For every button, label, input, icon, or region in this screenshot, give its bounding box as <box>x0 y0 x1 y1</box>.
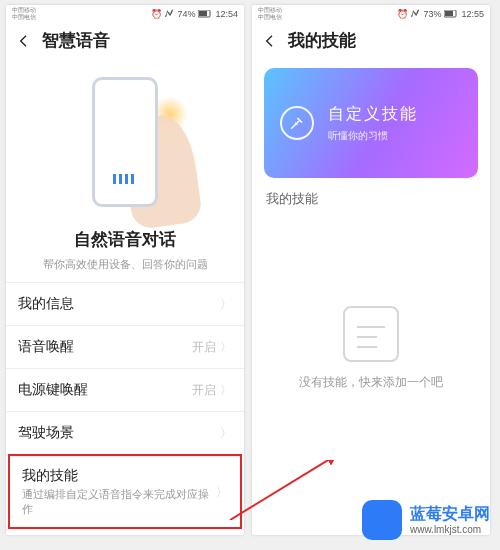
alarm-icon: ⏰ <box>151 9 162 19</box>
section-label: 我的技能 <box>252 186 490 216</box>
magic-wand-icon <box>280 106 314 140</box>
list-item-label: 驾驶场景 <box>18 424 74 442</box>
custom-skill-card[interactable]: 自定义技能 听懂你的习惯 <box>264 68 478 178</box>
svg-rect-3 <box>445 11 453 16</box>
list-item-label: 电源键唤醒 <box>18 381 88 399</box>
back-icon[interactable] <box>16 33 32 49</box>
svg-rect-1 <box>199 11 207 16</box>
watermark-url: www.lmkjst.com <box>410 524 490 536</box>
list-item-status: 开启 <box>192 382 216 399</box>
battery-percent: 73% <box>423 9 441 19</box>
hero-illustration <box>6 62 244 222</box>
logo-icon <box>362 500 402 540</box>
clock: 12:54 <box>215 9 238 19</box>
chevron-right-icon: 〉 <box>220 425 232 442</box>
list-item-label: 我的信息 <box>18 295 74 313</box>
title-bar: 我的技能 <box>252 23 490 62</box>
list-item-voice-wake[interactable]: 语音唤醒 开启〉 <box>6 325 244 368</box>
empty-text: 没有技能，快来添加一个吧 <box>252 374 490 391</box>
title-bar: 智慧语音 <box>6 23 244 62</box>
battery-bar-icon <box>198 10 212 18</box>
chevron-right-icon: 〉 <box>220 296 232 313</box>
battery-percent: 74% <box>177 9 195 19</box>
device-left: 中国移动 中国电信 ⏰ 🗲 74% 12:54 智慧语音 自然语音对话 帮你高效… <box>6 5 244 535</box>
list-item-label: 语音唤醒 <box>18 338 74 356</box>
list-item-voice-call[interactable]: 语音控制呼叫 〉 <box>6 529 244 535</box>
alarm-icon: ⏰ <box>397 9 408 19</box>
back-icon[interactable] <box>262 33 278 49</box>
watermark-name: 蓝莓安卓网 <box>410 504 490 523</box>
list-item-desc: 通过编排自定义语音指令来完成对应操作 <box>22 487 228 517</box>
clock: 12:55 <box>461 9 484 19</box>
hero-headline: 自然语音对话 <box>6 228 244 251</box>
list-item-status: 开启 <box>192 339 216 356</box>
card-subtitle: 听懂你的习惯 <box>328 129 418 143</box>
list-item-drive-scene[interactable]: 驾驶场景 〉 <box>6 411 244 454</box>
chevron-right-icon: 〉 <box>216 483 228 500</box>
document-icon <box>343 306 399 362</box>
list-item-power-wake[interactable]: 电源键唤醒 开启〉 <box>6 368 244 411</box>
battery-icon: 🗲 <box>165 9 174 19</box>
list-item-label: 我的技能 <box>22 467 228 485</box>
carrier-label: 中国移动 <box>12 7 36 14</box>
carrier-label: 中国电信 <box>258 14 282 21</box>
watermark: 蓝莓安卓网 www.lmkjst.com <box>358 496 494 544</box>
device-right: 中国移动 中国电信 ⏰ 🗲 73% 12:55 我的技能 自定义技能 听懂你的习… <box>252 5 490 535</box>
carrier-label: 中国电信 <box>12 14 36 21</box>
list-item-my-skills[interactable]: 我的技能 通过编排自定义语音指令来完成对应操作 〉 <box>10 456 240 527</box>
status-bar: 中国移动 中国电信 ⏰ 🗲 74% 12:54 <box>6 5 244 23</box>
page-title: 智慧语音 <box>42 29 110 52</box>
list-item-my-info[interactable]: 我的信息 〉 <box>6 282 244 325</box>
hero-subline: 帮你高效使用设备、回答你的问题 <box>14 257 236 272</box>
empty-state: 没有技能，快来添加一个吧 <box>252 306 490 391</box>
status-bar: 中国移动 中国电信 ⏰ 🗲 73% 12:55 <box>252 5 490 23</box>
page-title: 我的技能 <box>288 29 356 52</box>
battery-bar-icon <box>444 10 458 18</box>
battery-icon: 🗲 <box>411 9 420 19</box>
highlight-box: 我的技能 通过编排自定义语音指令来完成对应操作 〉 <box>8 454 242 529</box>
chevron-right-icon: 〉 <box>220 339 232 356</box>
card-title: 自定义技能 <box>328 104 418 125</box>
chevron-right-icon: 〉 <box>220 382 232 399</box>
carrier-label: 中国移动 <box>258 7 282 14</box>
